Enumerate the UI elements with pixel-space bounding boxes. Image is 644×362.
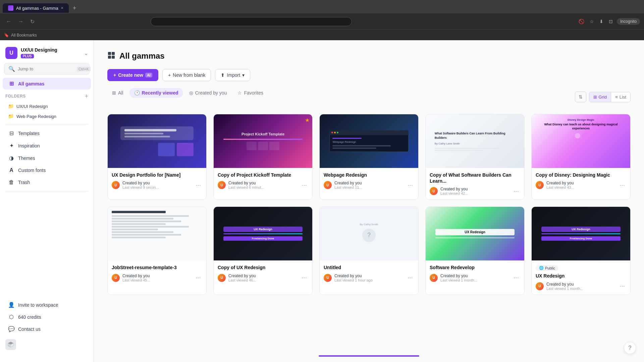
refresh-btn[interactable]: ↻ (28, 17, 37, 26)
card-software-redevelop[interactable]: UX Redesign Software Redevelop U Created… (425, 206, 525, 295)
card-meta: U Created by you Last viewed 1 month... … (430, 274, 520, 282)
templates-icon: ⊟ (8, 130, 15, 136)
card-time: Last viewed 9 secon... (122, 185, 192, 189)
bookmark-star-icon[interactable]: ☆ (588, 17, 595, 25)
help-button[interactable]: ? (624, 342, 636, 354)
card-more-btn[interactable]: ⋯ (618, 181, 626, 189)
folder-web-page-redesign[interactable]: 📁 Web Page Redesign (3, 112, 91, 121)
add-folder-btn[interactable]: + (85, 93, 88, 99)
active-tab[interactable]: All gammas - Gamma × (3, 3, 69, 13)
card-title: Copy of UX Redesign (218, 264, 308, 270)
card-creator: Created by you (440, 187, 509, 191)
card-copy-ux-redesign[interactable]: UX Redesign Freelancing Done Copy of UX … (213, 206, 313, 295)
tab-close-btn[interactable]: × (61, 6, 63, 10)
avatar: U (218, 274, 226, 282)
card-body: Copy of Disney: Designing Magic U Create… (532, 168, 630, 193)
card-time: Last viewed 1 month... (546, 287, 615, 291)
card-thumbnail (108, 207, 206, 260)
card-more-btn[interactable]: ⋯ (194, 181, 202, 189)
bookmarks-label: All Bookmarks (11, 33, 37, 38)
card-project-kickoff[interactable]: ★ Project Kickoff Template Copy of Proje… (213, 114, 313, 200)
contact-icon: 💬 (8, 326, 15, 332)
import-chevron-icon: ▾ (242, 72, 245, 78)
sidebar-divider (5, 124, 88, 124)
grid-view-btn[interactable]: ⊞ Grid (589, 92, 611, 102)
sidebar-divider-2 (5, 191, 88, 191)
download-icon[interactable]: ⬇ (598, 17, 605, 25)
sidebar-item-label: Custom fonts (18, 168, 46, 173)
filter-tab-all[interactable]: ⊞ All (107, 88, 128, 98)
create-new-button[interactable]: + Create new AI (107, 69, 158, 81)
card-thumbnail: UX Redesign (426, 207, 524, 260)
card-thumbnail: By Cathy Smith ? (320, 207, 418, 260)
sort-icon: ⇅ (579, 94, 583, 100)
filter-tab-label: Favorites (244, 90, 263, 96)
filter-tab-created-by-you[interactable]: ◎ Created by you (184, 88, 232, 98)
card-thumbnail: UX Redesign Freelancing Done (532, 207, 630, 260)
card-creator: Created by you (334, 274, 404, 278)
url-input[interactable]: gamma.app/#all (156, 19, 346, 24)
folder-ux-ui-redesign[interactable]: 📁 UX/UI Redesign (3, 102, 91, 111)
filter-tab-label: Recently viewed (142, 90, 178, 96)
sidebar-item-credits[interactable]: ⬡ 640 credits (3, 311, 91, 323)
card-more-btn[interactable]: ⋯ (512, 187, 520, 195)
workspace-chevron-icon[interactable]: ⌄ (84, 50, 88, 56)
browser-bar (329, 130, 408, 135)
star-icon: ★ (305, 117, 310, 123)
sidebar-item-custom-fonts[interactable]: A Custom fonts (3, 165, 91, 176)
bookmarks-icon: 🔖 (4, 33, 9, 38)
sidebar-item-templates[interactable]: ⊟ Templates (3, 127, 91, 139)
device-icon[interactable]: ⊡ (607, 17, 614, 25)
sidebar-item-themes[interactable]: ◑ Themes (3, 152, 91, 164)
card-more-btn[interactable]: ⋯ (406, 181, 414, 189)
new-blank-label: New from blank (173, 72, 205, 78)
card-more-btn[interactable]: ⋯ (618, 282, 626, 290)
back-btn[interactable]: ← (4, 17, 13, 26)
search-input[interactable] (18, 66, 74, 71)
sidebar-item-all-gammas[interactable]: ⊞ All gammas (3, 78, 91, 89)
scrollbar-thumb[interactable] (319, 355, 419, 357)
card-thumbnail: Webpage Redesign (320, 114, 418, 168)
svg-rect-2 (112, 52, 115, 55)
card-webpage-redesign[interactable]: Webpage Redesign Webpage Redesign U Crea… (319, 114, 419, 200)
thumb-badge: Freelancing Done (223, 236, 302, 241)
list-view-btn[interactable]: ≡ List (611, 92, 630, 102)
sidebar-item-invite[interactable]: 👤 Invite to workspace (3, 299, 91, 311)
card-more-btn[interactable]: ⋯ (512, 274, 520, 282)
import-button[interactable]: ⬆ Import ▾ (215, 69, 250, 81)
new-from-blank-button[interactable]: + New from blank (162, 69, 211, 81)
forward-btn[interactable]: → (16, 17, 25, 26)
sidebar-item-inspiration[interactable]: ✦ Inspiration (3, 140, 91, 152)
card-body: 🌐 Public UX Redesign U Created by you La… (532, 260, 630, 294)
svg-rect-4 (112, 56, 115, 59)
card-meta-text: Created by you Last viewed 45... (122, 274, 192, 282)
import-label: Import (227, 72, 240, 78)
card-more-btn[interactable]: ⋯ (300, 181, 308, 189)
workspace-header[interactable]: U UX/UI Designing PLUS ⌄ (0, 44, 94, 63)
filter-tab-favorites[interactable]: ☆ Favorites (233, 88, 268, 98)
public-badge: 🌐 Public (536, 265, 558, 271)
card-more-btn[interactable]: ⋯ (300, 274, 308, 282)
card-more-btn[interactable]: ⋯ (406, 274, 414, 282)
sort-button[interactable]: ⇅ (575, 92, 586, 102)
sidebar-item-contact[interactable]: 💬 Contact us (3, 323, 91, 335)
folders-section-header: Folders + (0, 91, 94, 101)
card-body: Untitled U Created by you Last viewed 1 … (320, 260, 418, 286)
sidebar-item-trash[interactable]: 🗑 Trash (3, 177, 91, 188)
search-bar[interactable]: 🔍 Ctrl+K (4, 63, 90, 75)
card-software-builders[interactable]: What Software Builders Can Learn From Bu… (425, 114, 525, 200)
card-meta-text: Created by you Last viewed 43... (546, 181, 615, 189)
card-time: Last viewed 45... (122, 278, 192, 282)
new-tab-btn[interactable]: + (70, 3, 79, 13)
card-untitled[interactable]: By Cathy Smith ? Untitled U Created by y… (319, 206, 419, 295)
address-bar[interactable]: gamma.app/#all (151, 17, 352, 26)
card-ux-design-portfolio[interactable]: UX Design Portfolio for [Name] U Created… (107, 114, 207, 200)
card-ux-redesign[interactable]: UX Redesign Freelancing Done 🌐 Public UX… (531, 206, 631, 295)
card-disney[interactable]: Disney Design Magic What Disney can teac… (531, 114, 631, 200)
card-more-btn[interactable]: ⋯ (194, 274, 202, 282)
filter-tab-recently-viewed[interactable]: 🕐 Recently viewed (129, 88, 183, 98)
list-icon: ≡ (615, 95, 618, 100)
card-jobstreet-resume[interactable]: JobStreet-resume-template-3 U Created by… (107, 206, 207, 295)
privacy-icon[interactable]: 🚫 (577, 17, 586, 25)
card-meta-text: Created by you Last viewed 6 minut... (228, 181, 298, 189)
